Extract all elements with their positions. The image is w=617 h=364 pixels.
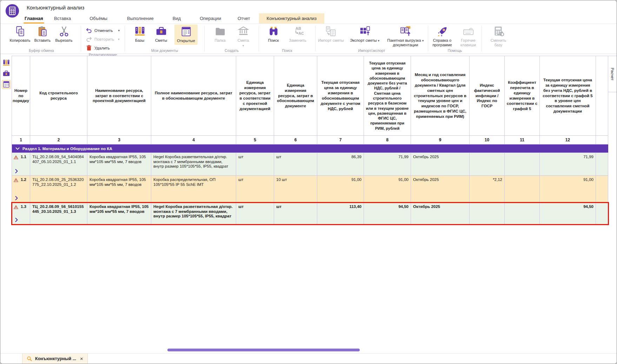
cell-resource-code[interactable]: ТЦ_20.2.08.09_25_2536320775_22.10.2025_0…	[30, 176, 87, 203]
cut-button[interactable]: Вырезать	[53, 25, 75, 43]
expand-row-icon[interactable]	[15, 196, 28, 201]
export-estimate-button[interactable]: Экспорт сметы ▾	[349, 25, 381, 43]
export-dropdown-icon[interactable]: ▾	[378, 39, 379, 42]
undo-button[interactable]: Отменить ▾	[85, 26, 121, 35]
cell-unit-document[interactable]: 10 шт	[274, 176, 317, 203]
hotkeys-button[interactable]: Горячие клавиши	[457, 25, 479, 47]
redo-dropdown-icon[interactable]: ▾	[118, 38, 120, 41]
binders-icon	[134, 26, 146, 37]
batch-upload-dropdown-icon[interactable]: ▾	[422, 39, 424, 42]
cell-price-final[interactable]: 71,99	[540, 153, 596, 176]
expand-row-icon[interactable]	[15, 217, 28, 223]
cell-conversion-coef[interactable]	[505, 203, 540, 224]
svg-text:AC: AC	[298, 31, 304, 35]
tab-glavnaya[interactable]: Главная	[24, 13, 44, 23]
cell-resource-name[interactable]: Коробка квадратная IP55, 105 мм*105 мм*5…	[87, 203, 151, 224]
document-tab-label: Конъюнктурный ...	[35, 356, 76, 361]
app-logo-icon[interactable]	[5, 4, 19, 18]
cell-inflation-index[interactable]	[470, 203, 505, 224]
cell-unit-project[interactable]: шт	[236, 203, 274, 224]
undo-dropdown-icon[interactable]: ▾	[118, 29, 120, 32]
bases-button[interactable]: Базы	[132, 25, 148, 43]
copy-button[interactable]: Копировать	[8, 25, 32, 43]
folder-button[interactable]: Папка	[212, 25, 228, 43]
redo-button[interactable]: Повторить ▾	[85, 35, 121, 43]
estimates-button[interactable]: Сметы	[153, 25, 170, 43]
mini-estimates-button[interactable]	[2, 69, 11, 78]
cell-full-name[interactable]: Hegel Коробка разветвительная д/откр. мо…	[151, 153, 236, 176]
estimate-dropdown-icon[interactable]: ▾	[243, 44, 244, 47]
about-button[interactable]: Справка о программе	[431, 25, 454, 47]
row-number-cell[interactable]: 1.1	[12, 153, 30, 176]
row-number-cell[interactable]: 1.3	[12, 203, 30, 224]
column-header[interactable]: Полное наименование ресурса, затрат в об…	[151, 56, 236, 136]
cell-resource-name[interactable]: Коробка квадратная IP55, 105 мм*105 мм*5…	[87, 153, 151, 176]
column-header[interactable]: Месяц и год составления обосновывающего …	[411, 56, 470, 136]
tab-vid[interactable]: Вид	[172, 13, 182, 23]
search-button[interactable]: Поиск	[266, 25, 281, 43]
divider	[81, 26, 81, 52]
paste-button[interactable]: Вставить	[32, 25, 53, 43]
cell-month-year[interactable]: Октябрь 2025	[411, 203, 470, 224]
cell-price-final[interactable]: 94,50	[540, 203, 596, 224]
cell-inflation-index[interactable]	[470, 153, 505, 176]
column-number: 9	[411, 136, 470, 144]
document-tab[interactable]: Конъюнктурный ... ×	[22, 353, 88, 364]
cell-resource-name[interactable]: Коробка квадратная IP55, 105 мм*105 мм*5…	[87, 176, 151, 203]
cell-month-year[interactable]: Октябрь 2025	[411, 153, 470, 176]
cell-unit-document[interactable]: шт	[274, 153, 317, 176]
cell-full-name[interactable]: Коробка распределительная, ОП 105*105*55…	[151, 176, 236, 203]
cell-unit-document[interactable]: шт	[274, 203, 317, 224]
opened-button[interactable]: Открытые	[174, 25, 198, 45]
app-window: Конъюнктурный анализ Главная Вставка Объ…	[0, 0, 617, 364]
tab-vstavka[interactable]: Вставка	[53, 13, 72, 23]
tab-otchet[interactable]: Отчет	[237, 13, 251, 23]
column-header[interactable]: Единица измерения ресурса, затрат в обос…	[274, 56, 317, 136]
column-header[interactable]: Наименование ресурса, затрат в соответст…	[87, 56, 151, 136]
replace-button[interactable]: ABAC Заменить	[287, 25, 308, 43]
tab-vypolnenie[interactable]: Выполнение	[126, 13, 155, 23]
section-row[interactable]: Раздел 1. Материалы и Оборудование по КА	[12, 144, 608, 153]
column-header[interactable]: Коэффициент пересчета в единицу измерени…	[505, 56, 540, 136]
delete-button[interactable]: Удалить	[85, 43, 121, 52]
close-icon[interactable]: ×	[80, 356, 83, 362]
group-help: Справка о программе Горячие клавиши Помо…	[429, 24, 481, 54]
cell-price-without-vat[interactable]: 71,99	[364, 153, 411, 176]
horizontal-scrollbar[interactable]	[167, 349, 360, 351]
mini-bases-button[interactable]	[2, 59, 11, 67]
column-header[interactable]: Единица измерения ресурса, затрат в соот…	[236, 56, 274, 136]
column-header[interactable]: Индекс фактической инфляции / Индекс по …	[470, 56, 505, 136]
batch-upload-button[interactable]: Пакетная выгрузка ▾документации	[385, 25, 426, 47]
tab-konyunkturnyi-analiz[interactable]: Конъюнктурный анализ	[259, 13, 324, 23]
column-header[interactable]: Текущая отпускная цена за единицу измере…	[364, 56, 411, 136]
cell-inflation-index[interactable]: *2,12	[470, 176, 505, 203]
cell-price-without-vat[interactable]: 94,50	[364, 203, 411, 224]
column-header[interactable]: Текущая отпускная цена за единицу измере…	[540, 56, 596, 136]
cell-price-without-vat[interactable]: 91,00	[364, 176, 411, 203]
tab-obyomy[interactable]: Объёмы	[88, 13, 108, 23]
cell-price-with-vat[interactable]: 113,40	[317, 203, 364, 224]
cell-conversion-coef[interactable]	[505, 176, 540, 203]
cell-month-year[interactable]: Октябрь 2025	[411, 176, 470, 203]
row-number-cell[interactable]: 1.2	[12, 176, 30, 203]
cell-conversion-coef[interactable]	[505, 153, 540, 176]
column-header[interactable]: Текущая отпускная цена за единицу измере…	[317, 56, 364, 136]
cell-unit-project[interactable]: шт	[236, 153, 274, 176]
chevron-down-icon[interactable]	[15, 147, 20, 150]
cell-unit-project[interactable]: шт	[236, 176, 274, 203]
tab-operacii[interactable]: Операции	[199, 13, 222, 23]
create-estimate-button[interactable]: Смета ▾	[235, 25, 252, 47]
import-estimate-button[interactable]: Импорт сметы	[317, 25, 345, 43]
cell-full-name[interactable]: Hegel Коробка разветвительная д/откр. мо…	[151, 203, 236, 224]
cell-price-final[interactable]: 91,00	[540, 176, 596, 203]
side-panel-tab-raschet[interactable]: Расчет	[608, 56, 617, 92]
expand-row-icon[interactable]	[15, 169, 28, 174]
cell-resource-code[interactable]: ТЦ_20.2.08.09_56_5610155445_20.10.2025_0…	[30, 203, 87, 224]
cell-price-with-vat[interactable]: 91,00	[317, 176, 364, 203]
column-header[interactable]: Код строительного ресурса	[30, 56, 87, 136]
mini-opened-button[interactable]	[2, 80, 11, 89]
cell-price-with-vat[interactable]: 86,39	[317, 153, 364, 176]
column-header[interactable]: Номер по порядку	[12, 56, 30, 136]
change-base-button[interactable]: Сменить базу	[487, 25, 509, 47]
cell-resource-code[interactable]: ТЦ_20.2.08.09_54_5404084407_05.10.2025_0…	[30, 153, 87, 176]
